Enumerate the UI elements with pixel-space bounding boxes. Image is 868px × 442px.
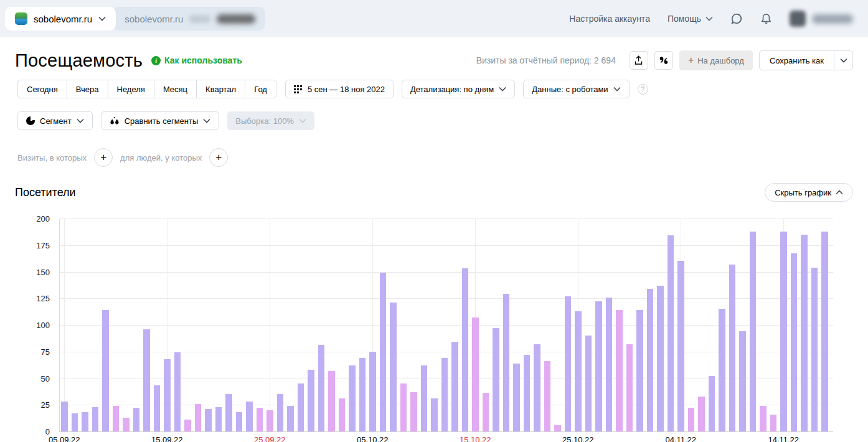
bar-30.09.22[interactable] <box>318 345 325 431</box>
bar-17.10.22[interactable] <box>493 328 499 431</box>
detail-dropdown[interactable]: Детализация: по дням <box>402 80 515 98</box>
bar-07.09.22[interactable] <box>82 412 88 431</box>
bar-21.10.22[interactable] <box>534 344 540 431</box>
tab-yesterday[interactable]: Вчера <box>67 80 108 98</box>
bar-06.11.22[interactable] <box>698 397 705 431</box>
bar-10.09.22[interactable] <box>113 406 120 431</box>
bar-25.10.22[interactable] <box>575 311 582 431</box>
tab-week[interactable]: Неделя <box>108 80 154 98</box>
bar-27.10.22[interactable] <box>595 301 602 431</box>
add-people-filter-button[interactable]: + <box>209 148 228 167</box>
bar-25.09.22[interactable] <box>267 410 273 431</box>
bar-10.10.22[interactable] <box>421 365 428 431</box>
hide-graph-button[interactable]: Скрыть график <box>765 183 853 202</box>
chat-bubble-icon[interactable] <box>730 12 743 25</box>
tab-today[interactable]: Сегодня <box>18 80 67 98</box>
bar-23.10.22[interactable] <box>554 425 561 431</box>
bar-14.10.22[interactable] <box>462 268 469 431</box>
bar-26.10.22[interactable] <box>585 336 592 431</box>
bar-17.09.22[interactable] <box>184 420 191 431</box>
bar-13.09.22[interactable] <box>143 329 150 431</box>
bar-05.11.22[interactable] <box>688 408 695 431</box>
tab-year[interactable]: Год <box>245 80 276 98</box>
segment-dropdown[interactable]: Сегмент <box>17 111 93 130</box>
bar-28.09.22[interactable] <box>298 383 304 431</box>
bar-05.09.22[interactable] <box>61 402 68 431</box>
bar-02.11.22[interactable] <box>657 286 664 431</box>
help-menu[interactable]: Помощь <box>668 14 713 24</box>
bar-09.11.22[interactable] <box>729 265 736 431</box>
bar-03.11.22[interactable] <box>668 235 674 431</box>
tab-quarter[interactable]: Квартал <box>197 80 245 98</box>
bar-19.10.22[interactable] <box>513 364 520 431</box>
help-icon[interactable]: ? <box>638 84 648 95</box>
export-button[interactable] <box>630 51 648 70</box>
metrica-widget-button[interactable] <box>654 51 673 70</box>
bar-24.10.22[interactable] <box>565 296 572 431</box>
bar-02.10.22[interactable] <box>339 398 346 431</box>
bar-29.10.22[interactable] <box>616 310 623 431</box>
bar-07.11.22[interactable] <box>709 376 715 431</box>
data-mode-dropdown[interactable]: Данные: с роботами <box>523 80 629 98</box>
bar-18.10.22[interactable] <box>503 294 510 431</box>
bar-28.10.22[interactable] <box>606 298 613 431</box>
add-to-dashboard-button[interactable]: + На дашборд <box>679 50 753 70</box>
bar-10.11.22[interactable] <box>739 331 746 431</box>
bar-24.09.22[interactable] <box>257 408 263 431</box>
bar-30.10.22[interactable] <box>626 344 633 431</box>
bar-29.09.22[interactable] <box>308 370 314 431</box>
date-range-button[interactable]: 5 сен — 18 ноя 2022 <box>285 80 394 98</box>
add-visit-filter-button[interactable]: + <box>94 148 113 167</box>
counter-selector[interactable]: sobolevomr.ru <box>5 7 116 31</box>
bar-04.10.22[interactable] <box>359 358 366 431</box>
bar-14.09.22[interactable] <box>154 385 161 431</box>
user-menu[interactable] <box>790 11 853 27</box>
bar-26.09.22[interactable] <box>277 394 284 431</box>
save-as-dropdown[interactable] <box>834 51 852 70</box>
bar-12.10.22[interactable] <box>441 358 448 431</box>
bar-18.09.22[interactable] <box>195 404 202 431</box>
bar-15.10.22[interactable] <box>472 317 479 431</box>
how-to-use-link[interactable]: i Как использовать <box>151 55 242 65</box>
bar-01.11.22[interactable] <box>647 289 654 431</box>
bar-06.10.22[interactable] <box>380 273 387 431</box>
bar-13.10.22[interactable] <box>451 342 458 431</box>
bar-16.11.22[interactable] <box>801 235 808 431</box>
bar-06.09.22[interactable] <box>72 413 78 431</box>
bar-12.11.22[interactable] <box>760 406 767 431</box>
counter-secondary[interactable]: sobolevomr.ru <box>112 7 265 31</box>
bar-18.11.22[interactable] <box>821 232 828 431</box>
bar-22.09.22[interactable] <box>236 412 243 431</box>
bar-09.10.22[interactable] <box>410 392 417 431</box>
bar-15.09.22[interactable] <box>164 359 171 431</box>
bar-22.10.22[interactable] <box>544 361 551 431</box>
bar-13.11.22[interactable] <box>770 415 777 431</box>
bar-16.09.22[interactable] <box>174 352 181 431</box>
bar-01.10.22[interactable] <box>328 371 335 431</box>
bar-11.09.22[interactable] <box>123 418 130 431</box>
sample-dropdown[interactable]: Выборка: 100% <box>227 111 314 130</box>
bar-14.11.22[interactable] <box>780 232 787 431</box>
bar-11.11.22[interactable] <box>750 232 757 431</box>
bar-20.09.22[interactable] <box>215 407 222 431</box>
bar-17.11.22[interactable] <box>811 268 818 431</box>
bar-11.10.22[interactable] <box>431 398 438 431</box>
bar-20.10.22[interactable] <box>524 355 531 431</box>
bar-03.10.22[interactable] <box>349 365 356 431</box>
bar-07.10.22[interactable] <box>390 303 397 431</box>
bar-08.09.22[interactable] <box>92 407 99 431</box>
bar-21.09.22[interactable] <box>225 394 232 431</box>
bar-23.09.22[interactable] <box>246 402 253 431</box>
bar-27.09.22[interactable] <box>287 406 294 431</box>
bar-09.09.22[interactable] <box>102 310 109 431</box>
save-as-button[interactable]: Сохранить как <box>760 51 834 70</box>
bar-04.11.22[interactable] <box>677 261 684 431</box>
bar-08.10.22[interactable] <box>400 383 407 431</box>
bar-31.10.22[interactable] <box>636 310 643 431</box>
bar-12.09.22[interactable] <box>133 408 140 431</box>
bar-15.11.22[interactable] <box>791 253 798 431</box>
compare-segments-dropdown[interactable]: Сравнить сегменты <box>101 111 220 130</box>
bell-icon[interactable] <box>760 12 772 25</box>
bar-19.09.22[interactable] <box>205 409 212 431</box>
account-settings-link[interactable]: Настройка аккаунта <box>569 14 650 24</box>
